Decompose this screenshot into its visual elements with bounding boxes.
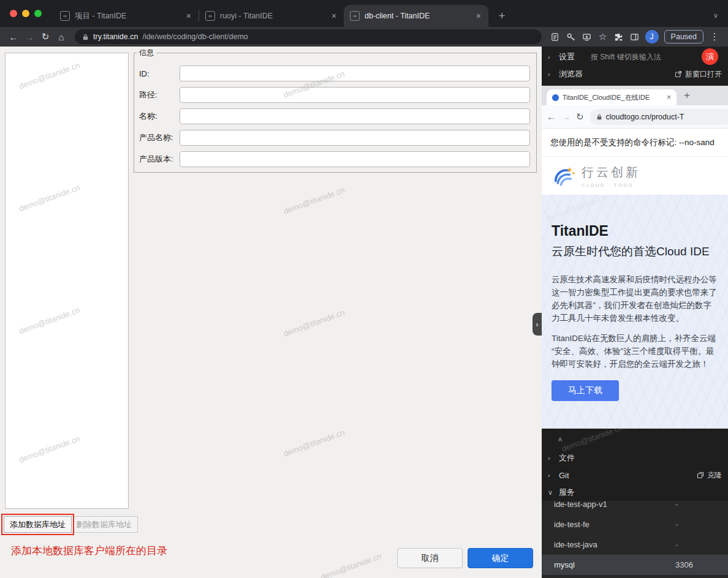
hero-line: 钟即可安装好，开启您的全云端开发之旅！ [552,358,718,370]
lock-icon [596,114,602,120]
service-port: - [675,520,728,529]
service-row[interactable]: ide-test-app-v1 - [542,501,728,514]
close-window-button[interactable] [10,10,17,17]
hero-line: “安全、高效、体验”这三个维度取得平衡。最 [552,345,718,358]
name-input[interactable] [180,108,530,124]
open-new-window-link[interactable]: 新窗口打开 [675,69,722,80]
reload-icon[interactable]: ↻ [38,29,53,44]
sidebar-section-files[interactable]: › 文件 [542,449,728,467]
tab-db-client-active[interactable]: ‹› db-client - TitanIDE × [344,5,488,27]
watermark: demo@titanide.cn [282,307,346,338]
browser-label: 浏览器 [559,69,583,80]
hero-paragraph-1: 云原生技术高速发展和后疫情时代远程办公等 这一智力密集型工作提出更高的要求也带来… [552,273,718,325]
tab-ruoyi[interactable]: ‹› ruoyi - TitanIDE × [199,5,344,27]
hero-line: 这一智力密集型工作提出更高的要求也带来了 [552,286,718,299]
chevron-down-icon: ∨ [548,489,559,497]
install-app-icon[interactable] [580,29,594,44]
add-database-address-button[interactable]: 添加数据库地址 [4,516,72,533]
scroll-up-icon[interactable]: ∧ [558,435,563,443]
reading-list-icon[interactable] [548,29,563,44]
zoom-window-button[interactable] [34,10,42,17]
service-row[interactable]: ide-test-java - [542,535,728,555]
browser-tabbar: ‹› 项目 - TitanIDE × ‹› ruoyi - TitanIDE ×… [0,0,728,27]
id-input[interactable] [180,66,530,81]
embedded-back-icon[interactable]: ← [547,111,556,122]
sidebar-section-browser[interactable]: › 浏览器 新窗口打开 [542,66,728,83]
password-key-icon[interactable] [564,29,578,44]
sidebar-section-services[interactable]: ∨ 服务 [542,484,728,501]
settings-label: 设置 [559,51,575,62]
chevron-right-icon: › [548,454,559,462]
services-list: ide-test-app-v1 - ide-test-fe - ide-test… [542,501,728,578]
minimize-window-button[interactable] [22,10,29,17]
embedded-new-tab-button[interactable]: + [684,89,690,102]
sidebar-section-settings[interactable]: › 设置 按 Shift 键切换输入法 [542,48,728,66]
hero-line: 力工具几十年未曾发生根本性改变。 [552,312,718,325]
annotation-text: 添加本地数据库客户端所在的目录 [11,544,167,558]
product-version-input[interactable] [180,151,530,167]
product-name-input[interactable] [180,130,530,146]
tab-label: ruoyi - TitanIDE [220,12,325,20]
tab-close-icon[interactable]: × [475,11,482,21]
tab-search-chevron-icon[interactable]: ∨ [713,12,718,20]
git-clone-button[interactable]: 克隆 [697,470,722,481]
bookmark-star-icon[interactable]: ☆ [596,29,610,44]
embedded-reload-icon[interactable]: ↻ [576,111,584,122]
service-name: ide-test-fe [554,520,590,529]
embedded-address-bar[interactable]: cloudtogo.cn/product-T [590,109,728,125]
product-version-label: 产品版本: [139,154,180,165]
service-row-mysql-selected[interactable]: mysql 3306 [542,555,728,575]
service-row[interactable]: ide-test-fe - [542,514,728,535]
ide-right-sidebar: › 设置 按 Shift 键切换输入法 演 › 浏览器 新窗口打开 TitanI… [542,47,728,578]
demo-badge[interactable]: 演 [702,48,718,65]
cloudtogo-favicon-icon [552,94,559,101]
unsupported-flag-warning: 您使用的是不受支持的命令行标记: --no-sand [542,129,728,157]
sidebar-bottom: ∧ › 文件 › Git 克隆 ∨ 服务 [542,429,728,578]
name-label: 名称: [139,111,180,122]
paused-badge[interactable]: Paused [664,30,703,43]
url-domain: try.titanide.cn [93,32,138,41]
panel-expand-handle[interactable]: › [533,313,542,336]
extensions-puzzle-icon[interactable] [612,29,626,44]
watermark: demo@titanide.cn [319,551,383,578]
titanide-favicon-icon: ‹› [205,11,215,21]
service-name: mysql [554,560,575,569]
browser-toolbar: ← → ↻ ⌂ try.titanide.cn/ide/web/coding/d… [0,27,728,47]
profile-avatar[interactable]: J [645,30,659,43]
tab-close-icon[interactable]: × [185,11,192,21]
back-icon[interactable]: ← [6,29,21,44]
hero-subtitle: 云原生时代您的首选Cloud IDE [552,244,718,260]
chevron-right-icon: › [548,70,559,78]
home-icon[interactable]: ⌂ [54,29,69,44]
open-in-new-icon [675,70,682,78]
tab-close-icon[interactable]: × [330,11,338,21]
lock-icon [82,34,89,40]
open-new-window-label: 新窗口打开 [685,69,722,80]
embedded-tab-label: TitanIDE_CloudIDE_在线IDE [563,93,663,102]
info-legend: 信息 [137,48,156,58]
ok-button[interactable]: 确定 [468,548,533,568]
watermark: demo@titanide.cn [282,185,346,216]
tab-project[interactable]: ‹› 项目 - TitanIDE × [54,5,199,27]
new-tab-button[interactable]: + [493,7,510,24]
service-port: - [675,540,728,549]
side-panel-icon[interactable] [628,29,642,44]
menu-kebab-icon[interactable]: ⋮ [707,29,722,44]
embedded-tab[interactable]: TitanIDE_CloudIDE_在线IDE × [547,89,677,105]
forward-icon[interactable]: → [22,29,37,44]
chevron-right-icon: › [548,471,559,479]
download-button[interactable]: 马上下载 [552,380,619,401]
product-name-label: 产品名称: [139,132,180,143]
path-input[interactable] [180,87,530,103]
id-label: ID: [139,69,180,78]
git-clone-label: 克隆 [707,470,722,481]
brand-subtitle: CLOUD · TOGO [582,182,640,188]
embedded-tab-close-icon[interactable]: × [667,93,671,102]
embedded-forward-icon[interactable]: → [561,111,571,122]
address-bar[interactable]: try.titanide.cn/ide/web/coding/db-client… [75,29,542,44]
titanide-favicon-icon: ‹› [350,11,360,21]
database-address-list[interactable] [5,53,129,509]
embedded-browser: TitanIDE_CloudIDE_在线IDE × + ← → ↻ cloudt… [542,86,728,429]
sidebar-section-git[interactable]: › Git 克隆 [542,467,728,484]
cancel-button[interactable]: 取消 [397,548,463,568]
